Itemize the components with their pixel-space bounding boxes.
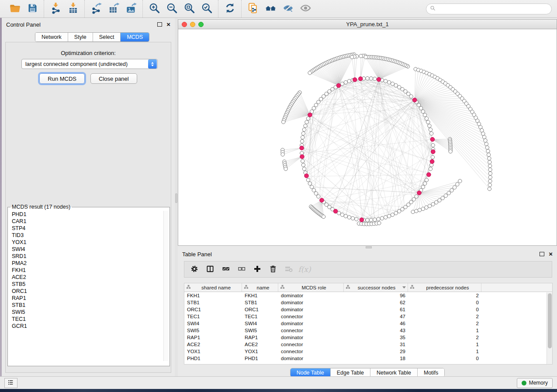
mcds-result-item[interactable]: ORC1 xyxy=(12,288,170,295)
zoom-out-button[interactable] xyxy=(163,1,180,16)
table-row[interactable]: PHD1PHD1dominator180 xyxy=(184,355,552,362)
mcds-result-item[interactable]: PMA2 xyxy=(12,260,170,267)
export-table-button[interactable] xyxy=(105,1,122,16)
network-canvas[interactable] xyxy=(178,29,557,245)
table-cell: RAP1 xyxy=(242,335,278,340)
table-row[interactable]: SWI5SWI5connector431 xyxy=(184,327,552,334)
network-canvas-svg[interactable] xyxy=(178,29,557,245)
table-row[interactable]: FKH1FKH1dominator962 xyxy=(184,292,552,299)
network-node xyxy=(284,167,287,171)
import-table-button[interactable] xyxy=(64,1,82,16)
mcds-result-item[interactable]: RAP1 xyxy=(12,295,170,302)
show-all-button[interactable] xyxy=(297,1,314,16)
run-mcds-button[interactable]: Run MCDS xyxy=(39,73,85,84)
table-cell: ORC1 xyxy=(242,307,278,312)
first-neighbors-button[interactable] xyxy=(262,1,279,16)
mcds-result-item[interactable]: STB5 xyxy=(12,281,170,288)
network-window-titlebar[interactable]: YPA_prune.txt_1 xyxy=(178,20,557,29)
network-node xyxy=(421,110,425,113)
network-node xyxy=(366,218,369,222)
table-row[interactable]: RAP1RAP1dominator352 xyxy=(184,334,552,341)
close-panel-icon[interactable]: × xyxy=(166,22,170,27)
tab-network-table[interactable]: Network Table xyxy=(370,368,418,377)
zoom-fit-button[interactable] xyxy=(180,1,198,16)
zoom-selected-button[interactable] xyxy=(198,1,215,16)
float-table-panel-icon[interactable] xyxy=(540,252,544,256)
network-node xyxy=(387,214,391,218)
mcds-result-item[interactable]: YOX1 xyxy=(12,239,170,246)
network-node xyxy=(421,185,425,189)
search-box[interactable] xyxy=(426,3,552,14)
tab-mcds[interactable]: MCDS xyxy=(121,33,149,41)
close-panel-button[interactable]: Close panel xyxy=(90,73,137,84)
mcds-result-item[interactable]: GCR1 xyxy=(12,323,170,330)
column-header-shared-name[interactable]: shared name xyxy=(184,283,242,292)
import-network-button[interactable] xyxy=(47,1,64,16)
task-history-button[interactable] xyxy=(4,378,17,388)
table-scrollbar[interactable] xyxy=(547,292,552,364)
mcds-result-item[interactable]: SRD1 xyxy=(12,253,170,260)
clone-network-button[interactable] xyxy=(244,1,262,16)
table-row[interactable]: YOX1YOX1connector291 xyxy=(184,348,552,355)
table-row[interactable]: STB1STB1dominator620 xyxy=(184,299,552,306)
refresh-layout-button[interactable] xyxy=(221,1,239,16)
open-file-button[interactable] xyxy=(6,1,24,16)
column-header-predecessor-nodes[interactable]: predecessor nodes xyxy=(408,283,481,292)
tab-select[interactable]: Select xyxy=(93,33,121,41)
network-node xyxy=(488,157,491,160)
delete-row-button[interactable] xyxy=(266,263,280,276)
deselect-all-checks-button[interactable] xyxy=(235,263,248,276)
column-header-MCDS-role[interactable]: MCDS role xyxy=(278,283,344,292)
mcds-result-item[interactable]: TID3 xyxy=(12,232,170,239)
criterion-dropdown[interactable]: largest connected component (undirected) xyxy=(21,59,158,69)
tab-motifs[interactable]: Motifs xyxy=(418,368,444,377)
table-row[interactable]: ORC1ORC1dominator610 xyxy=(184,306,552,313)
network-node xyxy=(364,55,367,59)
import-network-icon xyxy=(50,2,62,15)
vertical-split-divider[interactable] xyxy=(175,18,178,376)
settings-gear-button[interactable] xyxy=(188,263,201,276)
export-image-button[interactable] xyxy=(122,1,140,16)
show-columns-button[interactable] xyxy=(204,263,217,276)
column-header-successor-nodes[interactable]: successor nodes xyxy=(344,283,408,292)
mcds-result-item[interactable]: PHD1 xyxy=(12,211,170,218)
mcds-result-item[interactable]: ACE2 xyxy=(12,274,170,281)
export-network-button[interactable] xyxy=(87,1,105,16)
import-table-icon xyxy=(67,2,79,15)
save-session-button[interactable] xyxy=(24,1,41,16)
mcds-result-list[interactable]: PHD1CAR1STP4TID3YOX1SWI4SRD1PMA2FKH1ACE2… xyxy=(8,210,170,364)
mcds-result-scrollbar[interactable] xyxy=(163,211,169,361)
mcds-result-item[interactable]: STB1 xyxy=(12,302,170,309)
add-row-button[interactable] xyxy=(251,263,264,276)
table-row[interactable]: SWI4SWI4dominator462 xyxy=(184,320,552,327)
toolbar-group xyxy=(84,0,142,17)
zoom-in-button[interactable] xyxy=(145,1,163,16)
table-scrollbar-thumb[interactable] xyxy=(548,293,552,348)
network-node xyxy=(369,77,373,80)
mcds-result-item[interactable]: CAR1 xyxy=(12,218,170,225)
toolbar-groups xyxy=(3,0,317,17)
table-tabs: Node TableEdge TableNetwork TableMotifs xyxy=(178,368,557,377)
hide-selected-button[interactable] xyxy=(279,1,297,16)
network-node xyxy=(305,120,308,124)
select-all-checks-button[interactable] xyxy=(219,263,232,276)
tab-network[interactable]: Network xyxy=(35,33,68,41)
tab-edge-table[interactable]: Edge Table xyxy=(331,368,370,377)
tab-style[interactable]: Style xyxy=(68,33,93,41)
network-node xyxy=(425,206,428,209)
mcds-result-item[interactable]: SWI5 xyxy=(12,309,170,316)
float-window-icon[interactable] xyxy=(157,22,162,27)
column-header-name[interactable]: name xyxy=(242,283,278,292)
divider-grip[interactable] xyxy=(175,193,177,203)
table-row[interactable]: ACE2ACE2connector311 xyxy=(184,341,552,348)
close-table-panel-icon[interactable]: × xyxy=(549,252,553,256)
search-input[interactable] xyxy=(436,4,551,13)
table-row[interactable]: TEC1TEC1connector472 xyxy=(184,313,552,320)
mcds-result-item[interactable]: TEC1 xyxy=(12,316,170,323)
mcds-result-item[interactable]: FKH1 xyxy=(12,267,170,274)
memory-button[interactable]: Memory xyxy=(517,378,553,388)
tab-node-table[interactable]: Node Table xyxy=(291,368,331,377)
mcds-result-item[interactable]: STP4 xyxy=(12,225,170,232)
table-cell: 29 xyxy=(344,349,408,354)
mcds-result-item[interactable]: SWI4 xyxy=(12,246,170,253)
